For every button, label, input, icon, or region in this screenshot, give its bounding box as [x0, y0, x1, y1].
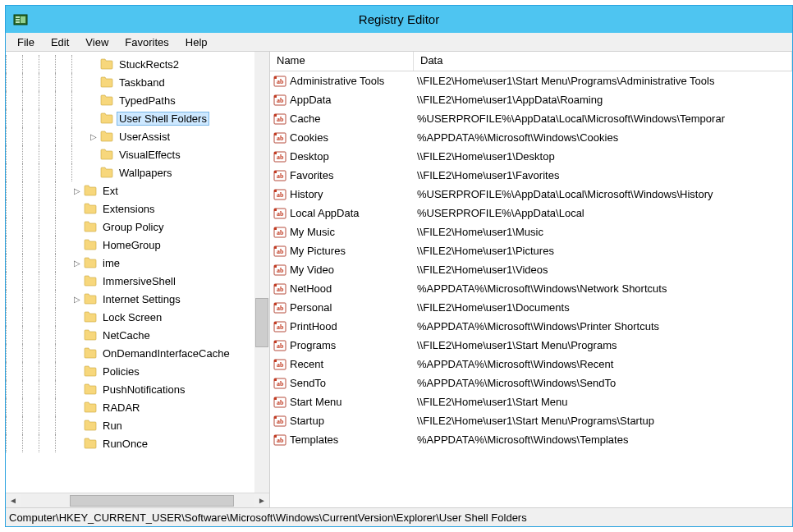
tree-item[interactable]: NetCache: [6, 326, 269, 344]
list-item[interactable]: abSendTo%APPDATA%\Microsoft\Windows\Send…: [270, 374, 792, 392]
expander-icon: [71, 365, 83, 377]
list-item[interactable]: abHistory%USERPROFILE%\AppData\Local\Mic…: [270, 185, 792, 204]
folder-icon: [100, 149, 113, 160]
tree-item[interactable]: Group Policy: [6, 218, 269, 236]
tree-item[interactable]: TypedPaths: [6, 91, 269, 109]
svg-rect-43: [274, 303, 277, 305]
expander-icon: [71, 383, 83, 395]
string-value-icon: ab: [273, 264, 286, 277]
tree-item[interactable]: User Shell Folders: [6, 109, 269, 127]
expander-icon[interactable]: ▷: [71, 293, 83, 305]
tree-item[interactable]: Wallpapers: [6, 163, 269, 181]
titlebar[interactable]: Registry Editor: [6, 6, 792, 33]
svg-rect-10: [274, 95, 277, 98]
string-value-icon: ab: [273, 415, 286, 428]
list-item[interactable]: abCookies%APPDATA%\Microsoft\Windows\Coo…: [270, 128, 792, 147]
list-item[interactable]: abMy Pictures\\FILE2\Home\user1\Pictures: [270, 241, 792, 260]
folder-icon: [84, 185, 97, 196]
list-item[interactable]: abTemplates%APPDATA%\Microsoft\Windows\T…: [270, 430, 792, 449]
tree-pane: StuckRects2TaskbandTypedPathsUser Shell …: [6, 52, 270, 507]
menu-file[interactable]: File: [9, 34, 43, 50]
scroll-left-icon[interactable]: ◄: [6, 493, 21, 508]
scroll-right-icon[interactable]: ►: [254, 493, 269, 508]
tree-item[interactable]: PushNotifications: [6, 380, 269, 398]
folder-icon: [84, 401, 97, 413]
tree-item[interactable]: ▷UserAssist: [6, 127, 269, 145]
tree-item[interactable]: ImmersiveShell: [6, 272, 269, 290]
tree-item[interactable]: Run: [6, 416, 269, 434]
value-name: My Pictures: [290, 245, 417, 257]
list-item[interactable]: abStartup\\FILE2\Home\user1\Start Menu\P…: [270, 411, 792, 430]
string-value-icon: ab: [273, 339, 286, 352]
value-name: Start Menu: [290, 396, 417, 408]
string-value-icon: ab: [273, 169, 286, 182]
value-name: My Music: [290, 226, 417, 238]
list-item[interactable]: abCache%USERPROFILE%\AppData\Local\Micro…: [270, 109, 792, 128]
value-name: Desktop: [290, 150, 417, 163]
tree-item[interactable]: RADAR: [6, 398, 269, 416]
tree-item[interactable]: ▷Ext: [6, 181, 269, 200]
menu-help[interactable]: Help: [177, 34, 216, 50]
folder-icon: [84, 329, 97, 341]
tree-item-label: User Shell Folders: [117, 112, 209, 126]
folder-icon: [100, 58, 113, 70]
tree-item[interactable]: StuckRects2: [6, 55, 269, 73]
expander-icon[interactable]: ▷: [71, 185, 83, 196]
list-item[interactable]: abMy Music\\FILE2\Home\user1\Music: [270, 222, 792, 241]
tree-item-label: OnDemandInterfaceCache: [100, 346, 232, 360]
svg-text:ab: ab: [277, 267, 284, 274]
list-item[interactable]: abDesktop\\FILE2\Home\user1\Desktop: [270, 147, 792, 166]
value-name: Programs: [290, 339, 417, 351]
list-item[interactable]: abPersonal\\FILE2\Home\user1\Documents: [270, 298, 792, 317]
tree-horizontal-scrollbar[interactable]: ◄ ►: [6, 493, 269, 507]
value-data: \\FILE2\Home\user1\Documents: [417, 301, 792, 314]
tree-item[interactable]: Lock Screen: [6, 308, 269, 326]
scroll-track[interactable]: [21, 494, 254, 507]
folder-icon: [84, 203, 97, 214]
list-item[interactable]: abAppData\\FILE2\Home\user1\AppData\Roam…: [270, 90, 792, 109]
list-item[interactable]: abLocal AppData%USERPROFILE%\AppData\Loc…: [270, 204, 792, 222]
statusbar: Computer\HKEY_CURRENT_USER\Software\Micr…: [6, 508, 792, 526]
tree-item[interactable]: HomeGroup: [6, 236, 269, 254]
folder-icon: [84, 275, 97, 287]
tree-vertical-scrollbar[interactable]: [254, 52, 269, 493]
svg-text:ab: ab: [277, 135, 284, 142]
svg-rect-19: [274, 152, 277, 154]
list-item[interactable]: abRecent%APPDATA%\Microsoft\Windows\Rece…: [270, 355, 792, 374]
tree-item[interactable]: Policies: [6, 362, 269, 380]
menu-view[interactable]: View: [77, 34, 117, 50]
list-item[interactable]: abStart Menu\\FILE2\Home\user1\Start Men…: [270, 392, 792, 411]
tree-item[interactable]: VisualEffects: [6, 145, 269, 163]
tree-item-label: ImmersiveShell: [100, 274, 178, 288]
tree-item[interactable]: ▷Internet Settings: [6, 290, 269, 308]
svg-rect-46: [274, 322, 277, 324]
list-item[interactable]: abPrintHood%APPDATA%\Microsoft\Windows\P…: [270, 317, 792, 336]
menu-favorites[interactable]: Favorites: [117, 34, 176, 50]
tree-item[interactable]: RunOnce: [6, 434, 269, 452]
expander-icon[interactable]: ▷: [71, 257, 83, 268]
tree-item[interactable]: Taskband: [6, 73, 269, 91]
list-item[interactable]: abFavorites\\FILE2\Home\user1\Favorites: [270, 166, 792, 185]
tree-horizontal-scroll-thumb[interactable]: [70, 495, 234, 507]
folder-icon: [84, 257, 97, 268]
tree-view[interactable]: StuckRects2TaskbandTypedPathsUser Shell …: [6, 52, 269, 493]
list-item[interactable]: abNetHood%APPDATA%\Microsoft\Windows\Net…: [270, 279, 792, 298]
list-item[interactable]: abPrograms\\FILE2\Home\user1\Start Menu\…: [270, 336, 792, 355]
column-header-name[interactable]: Name: [270, 52, 414, 71]
values-list[interactable]: abAdministrative Tools\\FILE2\Home\user1…: [270, 71, 792, 507]
tree-item[interactable]: Extensions: [6, 200, 269, 218]
string-value-icon: ab: [273, 358, 286, 371]
expander-icon[interactable]: ▷: [88, 131, 99, 142]
expander-icon: [88, 149, 99, 160]
value-name: Recent: [290, 358, 417, 370]
svg-text:ab: ab: [277, 116, 284, 123]
value-name: Favorites: [290, 169, 417, 181]
list-item[interactable]: abAdministrative Tools\\FILE2\Home\user1…: [270, 71, 792, 90]
list-item[interactable]: abMy Video\\FILE2\Home\user1\Videos: [270, 260, 792, 279]
tree-vertical-scroll-thumb[interactable]: [255, 298, 268, 347]
string-value-icon: ab: [273, 433, 286, 447]
column-header-data[interactable]: Data: [414, 52, 792, 71]
tree-item[interactable]: ▷ime: [6, 254, 269, 272]
menu-edit[interactable]: Edit: [43, 34, 77, 50]
tree-item[interactable]: OnDemandInterfaceCache: [6, 344, 269, 362]
